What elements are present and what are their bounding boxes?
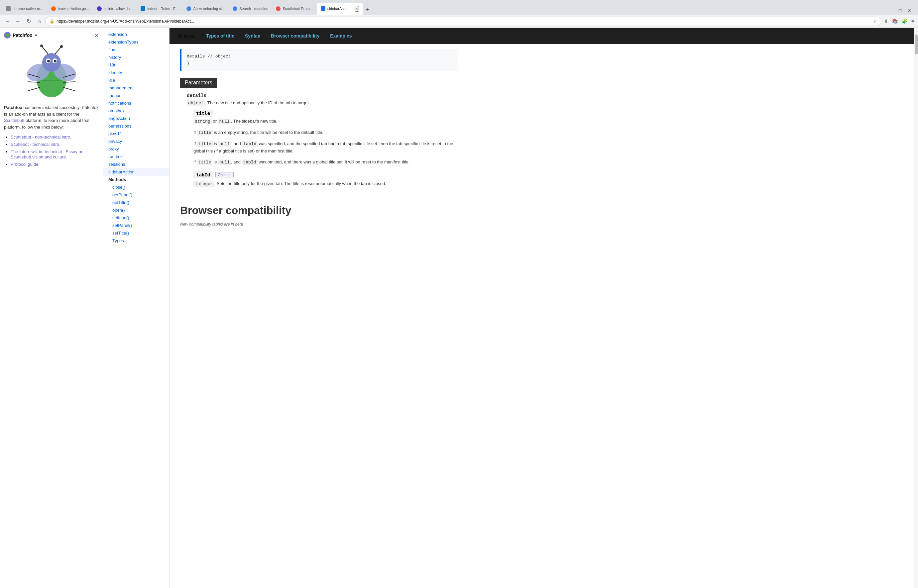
title-param-name-block: title (193, 111, 458, 116)
home-button[interactable]: ⌂ (34, 17, 44, 26)
parameters-section: Parameters details object. The new title… (180, 78, 458, 188)
mdn-topnav: Jump to: Types of title Syntax Browser c… (170, 28, 914, 44)
new-tab-button[interactable]: + (363, 5, 372, 15)
sidebar-item-privacy[interactable]: privacy (103, 137, 169, 145)
refresh-button[interactable]: ↻ (24, 17, 33, 26)
sidebar-item-extensiontypes[interactable]: extensionTypes (103, 38, 169, 46)
title-desc-2: If title is null, and tabId was specifie… (193, 141, 458, 155)
sidebar-method-seticon[interactable]: setIcon() (103, 214, 169, 221)
sidebar-item-runtime[interactable]: runtime (103, 153, 169, 160)
browser-toolbar: ← → ↻ ⌂ 🔒 https://developer.mozilla.org/… (0, 15, 918, 28)
title-type-null: null (218, 119, 231, 124)
sidebar-item-history[interactable]: history (103, 53, 169, 61)
sidebar-item-extension[interactable]: extension (103, 31, 169, 38)
menu-icon[interactable]: ≡ (910, 17, 915, 25)
patchfox-link-nontechnical[interactable]: Scuttlebutt - non-technical intro. (11, 134, 71, 139)
tab-favicon (97, 6, 102, 11)
sidebar-method-setpanel[interactable]: setPanel() (103, 221, 169, 229)
tab-favicon (6, 6, 11, 11)
topnav-browser-compat[interactable]: Browser compatibility (271, 33, 319, 39)
patchfox-link-protocol[interactable]: Protocol guide. (11, 162, 40, 167)
tab-search-modules[interactable]: Search - modules (229, 3, 272, 15)
tab-close-button[interactable]: ✕ (355, 6, 359, 11)
sidebar-types[interactable]: Types (103, 237, 169, 244)
tabid-param-name-block: tabId Optional (193, 171, 458, 178)
title-param-sub: title string or null. The sidebar's new … (193, 111, 458, 166)
sidebar-item-menus[interactable]: menus (103, 92, 169, 99)
sidebar-item-identity[interactable]: identity (103, 69, 169, 76)
sidebar-item-sessions[interactable]: sessions (103, 160, 169, 168)
close-button[interactable]: ✕ (905, 6, 913, 15)
sidebar-item-proxy[interactable]: proxy (103, 145, 169, 153)
sidebar-method-gettitle[interactable]: getTitle() (103, 199, 169, 206)
sidebar-item-pageaction[interactable]: pageAction (103, 115, 169, 122)
topnav-syntax[interactable]: Syntax (245, 33, 260, 39)
sidebar-method-getpanel[interactable]: getPanel() (103, 191, 169, 199)
sidebar-method-open[interactable]: open() (103, 206, 169, 214)
title-type-string: string (193, 119, 212, 124)
patchfox-link-technical[interactable]: Scutlebot - technical intro. (11, 142, 60, 147)
tab-eslint[interactable]: eslintrc allow do... (93, 3, 137, 15)
back-button[interactable]: ← (3, 17, 12, 26)
tab-chrome-native[interactable]: chrome-native-m... (2, 3, 47, 15)
svg-point-1 (5, 33, 9, 37)
patchfox-link-future[interactable]: The future will be technical - Essay on … (11, 149, 83, 160)
forward-button[interactable]: → (13, 17, 23, 26)
topnav-examples[interactable]: Examples (330, 33, 351, 39)
tab-scuttlebutt[interactable]: Scuttlebutt Proto... (272, 3, 317, 15)
main-content: Jump to: Types of title Syntax Browser c… (170, 28, 914, 588)
code-line-1: details // object (187, 53, 453, 60)
sidebar-item-i18n[interactable]: i18n (103, 61, 169, 69)
topnav-types-of-title[interactable]: Types of title (206, 33, 234, 39)
svg-line-10 (42, 46, 48, 54)
patchfox-close-button[interactable]: ✕ (94, 32, 99, 39)
scrollbar[interactable] (914, 28, 918, 588)
details-param-name: details (187, 93, 458, 99)
sidebar-method-settitle[interactable]: setTitle() (103, 229, 169, 237)
sidebar-item-find[interactable]: find (103, 46, 169, 53)
sidebar-item-pkcs11[interactable]: pkcs11 (103, 130, 169, 137)
sidebar-item-management[interactable]: management (103, 84, 169, 92)
sidebar-item-idle[interactable]: idle (103, 76, 169, 84)
tab-indent[interactable]: indent - Rules - E... (137, 3, 183, 15)
code-paren-close: ) (187, 61, 189, 66)
bookmark-icon[interactable]: ☆ (873, 19, 877, 24)
sidebar-method-close[interactable]: close() (103, 183, 169, 191)
tab-favicon (141, 6, 145, 11)
browser-compat-section: Browser compatibility New compatibility … (180, 204, 458, 226)
sidebar-methods-header: Methods (103, 176, 169, 183)
jump-to-label: Jump to: (178, 33, 196, 39)
patchfox-title-text: Patchfox (13, 32, 32, 38)
title-param-name: title (193, 110, 213, 117)
tab-favicon (276, 6, 280, 11)
compat-note: New compatibility tables are in beta (180, 222, 458, 226)
sidebar-item-sidebaraction[interactable]: sidebarAction (103, 168, 169, 176)
mdn-sidebar: extension extensionTypes find history i1… (103, 28, 170, 588)
scuttlebutt-link[interactable]: Scuttlebutt (4, 118, 24, 123)
tab-sidebar-action[interactable]: sidebarAction... ✕ (317, 3, 363, 15)
maximize-button[interactable]: □ (896, 6, 904, 15)
tab-label: sidebarAction... (327, 6, 353, 11)
browser-chrome: chrome-native-m... browserAction.ge... e… (0, 0, 918, 28)
tab-favicon (233, 6, 237, 11)
sidebar-item-notifications[interactable]: notifications (103, 99, 169, 107)
extensions-icon[interactable]: 🧩 (900, 17, 909, 25)
patchfox-link-item: Protocol guide. (11, 162, 99, 167)
details-param-section: details object. The new title and option… (187, 93, 458, 188)
scroll-thumb[interactable] (915, 34, 918, 55)
bug-illustration (18, 42, 85, 99)
download-icon[interactable]: ⬇ (883, 17, 889, 25)
address-text: https://developer.mozilla.org/en-US/Add-… (57, 19, 871, 24)
address-bar[interactable]: 🔒 https://developer.mozilla.org/en-US/Ad… (45, 17, 881, 26)
section-divider (180, 195, 458, 196)
sidebar-item-permissions[interactable]: permissions (103, 122, 169, 130)
bookmarks-icon[interactable]: 📚 (891, 17, 899, 25)
parameters-header: Parameters (180, 78, 217, 88)
minimize-button[interactable]: — (887, 6, 895, 15)
tab-favicon (51, 6, 56, 11)
patchfox-bold-name: Patchfox (4, 105, 22, 110)
tab-allow-enforcing[interactable]: Allow enforcing si... (183, 3, 229, 15)
sidebar-item-omnibox[interactable]: omnibox (103, 107, 169, 115)
content-area: details // object ) Parameters details o… (170, 44, 469, 232)
tab-browser-action[interactable]: browserAction.ge... (47, 3, 93, 15)
